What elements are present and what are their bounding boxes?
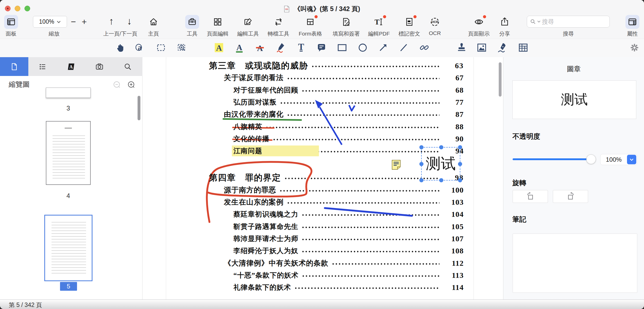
- opacity-value-dropdown[interactable]: 100%: [600, 154, 637, 165]
- notes-textarea[interactable]: [513, 234, 637, 293]
- zoom-in-button[interactable]: +: [79, 16, 90, 28]
- share-button[interactable]: 分享: [493, 15, 516, 37]
- page-left-edge: [166, 57, 166, 299]
- toc-entry-page: 67: [443, 73, 464, 82]
- page-display-tab[interactable]: 頁面顯示: [465, 15, 493, 37]
- line-tool-button[interactable]: [397, 41, 410, 54]
- thumbnail-zoom-out-icon[interactable]: [113, 81, 121, 89]
- resize-handle-w[interactable]: [419, 162, 423, 166]
- properties-panel-icon: [625, 15, 639, 29]
- sticky-note-icon[interactable]: [392, 160, 401, 170]
- home-button[interactable]: 主頁: [142, 15, 165, 37]
- image-tool-button[interactable]: [475, 41, 488, 54]
- fill-sign-tab[interactable]: 填寫和簽署: [328, 15, 364, 37]
- previous-page-button[interactable]: ↑: [104, 14, 118, 28]
- pencil-tool-button[interactable]: [274, 41, 287, 54]
- sidebar-tab-snapshot[interactable]: [85, 57, 114, 76]
- form-tab[interactable]: Form表格: [295, 15, 326, 37]
- sidebar-tab-outline[interactable]: [28, 57, 57, 76]
- strikethrough-tool-button[interactable]: A: [253, 41, 267, 54]
- chevron-down-icon[interactable]: [627, 155, 636, 164]
- sidebar-tab-search[interactable]: [114, 57, 142, 76]
- toc-entry: 发生在山东的案例103: [224, 196, 464, 208]
- ocr-tab[interactable]: OCR OCR: [423, 15, 446, 36]
- rectangle-tool-button[interactable]: [335, 41, 349, 54]
- stamp-object[interactable]: 测试: [421, 147, 460, 181]
- toc-entry: 蔡廷章初识魂魄之力104: [233, 208, 464, 220]
- rotate-right-button[interactable]: [553, 190, 588, 203]
- toc-entry-title: “十恶”条款下的妖术: [233, 271, 299, 280]
- resize-handle-se[interactable]: [458, 178, 462, 182]
- edit-pencil-icon: [241, 15, 255, 29]
- search-field[interactable]: [527, 16, 610, 28]
- status-bar: 第 5 / 342 頁: [0, 299, 644, 309]
- marquee-select-tool-button[interactable]: [154, 41, 168, 54]
- ellipse-tool-button[interactable]: [356, 41, 369, 54]
- thumbnail-zoom-in-icon[interactable]: [127, 81, 135, 89]
- toc-entry: 第三章 或现或隐的威胁63: [209, 60, 464, 72]
- window-title: 《叫魂》(第 5 / 342 頁): [0, 5, 644, 13]
- zoom-out-button[interactable]: −: [68, 16, 79, 28]
- thumbnail-page-5[interactable]: [44, 215, 92, 281]
- stamp-tool-button[interactable]: [455, 41, 468, 54]
- toc-entry-title: 文化的传播: [233, 134, 269, 143]
- search-input[interactable]: [542, 18, 596, 25]
- dot-leader: [287, 113, 439, 117]
- settings-button[interactable]: [628, 41, 641, 54]
- text-select-tool-button[interactable]: a: [133, 41, 147, 54]
- zoom-level-dropdown[interactable]: 100%: [33, 16, 67, 28]
- sidebar-tab-annotations[interactable]: A: [57, 57, 85, 76]
- highlight-tool-button[interactable]: A: [212, 41, 226, 54]
- opacity-slider-knob[interactable]: [586, 154, 596, 164]
- tools-tab[interactable]: 工具: [181, 15, 204, 37]
- text-tool-button[interactable]: T: [294, 41, 308, 54]
- toc-entry: 对于征服年代的回顾68: [233, 84, 464, 96]
- thumbnail-page-4[interactable]: [46, 121, 91, 185]
- zoom-select-tool-button[interactable]: [175, 41, 189, 54]
- viewer-scrollbar-thumb[interactable]: [499, 62, 502, 97]
- page-edit-tab[interactable]: 頁面編輯: [204, 15, 232, 37]
- opacity-slider[interactable]: [513, 158, 591, 160]
- resize-handle-n[interactable]: [439, 145, 443, 149]
- note-tool-button[interactable]: [315, 41, 328, 54]
- thumbnail-content: [53, 135, 85, 179]
- sidebar-tab-thumbnails[interactable]: [0, 57, 28, 76]
- redact-tab[interactable]: 標記密文: [395, 15, 423, 37]
- search-icon: [530, 19, 536, 24]
- toc-entry: 关于谋反罪的看法67: [224, 72, 464, 84]
- resize-handle-e[interactable]: [458, 162, 462, 166]
- properties-button[interactable]: 屬性: [621, 15, 644, 37]
- underline-tool-button[interactable]: A: [233, 41, 246, 54]
- strikethrough-icon: A: [255, 42, 265, 53]
- edit-tools-tab[interactable]: 編輯工具: [234, 15, 262, 37]
- notification-dot: [482, 15, 487, 19]
- thumbnail-page-3[interactable]: [46, 88, 91, 98]
- dot-leader: [301, 213, 439, 217]
- signature-tool-button[interactable]: [496, 41, 509, 54]
- toolbar: 《叫魂》(第 5 / 342 頁) 面板 100% − + 縮放 ↑ ↓ 上一頁…: [0, 0, 644, 57]
- stamp-preview-box[interactable]: 测试: [512, 80, 636, 119]
- link-tool-button[interactable]: [418, 41, 431, 54]
- panel-button[interactable]: 面板: [0, 15, 23, 37]
- svg-text:T: T: [375, 18, 379, 26]
- app-window: 《叫魂》(第 5 / 342 頁) 面板 100% − + 縮放 ↑ ↓ 上一頁…: [0, 0, 644, 309]
- resize-handle-ne[interactable]: [458, 145, 462, 149]
- resize-handle-nw[interactable]: [419, 145, 423, 149]
- arrow-tool-button[interactable]: [376, 41, 390, 54]
- underline-icon: A: [234, 42, 245, 53]
- chevron-down-icon: [537, 21, 540, 23]
- dot-leader: [287, 201, 439, 205]
- sidebar-scrollbar-thumb[interactable]: [138, 96, 140, 120]
- toc-entry: 文化的传播90: [233, 133, 464, 145]
- next-page-button[interactable]: ↓: [122, 14, 137, 28]
- toc-entry-page: 113: [443, 271, 464, 280]
- resize-handle-sw[interactable]: [419, 178, 423, 182]
- rotate-left-button[interactable]: [513, 190, 548, 203]
- toc-entry: 韩沛显拜请术士为师107: [233, 233, 464, 245]
- hand-tool-button[interactable]: [114, 41, 127, 54]
- panel-title: 圖章: [503, 64, 644, 74]
- resize-handle-s[interactable]: [439, 178, 443, 182]
- convert-tab[interactable]: 轉檔工具: [264, 15, 293, 37]
- edit-pdf-tab[interactable]: T 編輯PDF: [365, 15, 393, 37]
- table-tool-button[interactable]: [516, 41, 530, 54]
